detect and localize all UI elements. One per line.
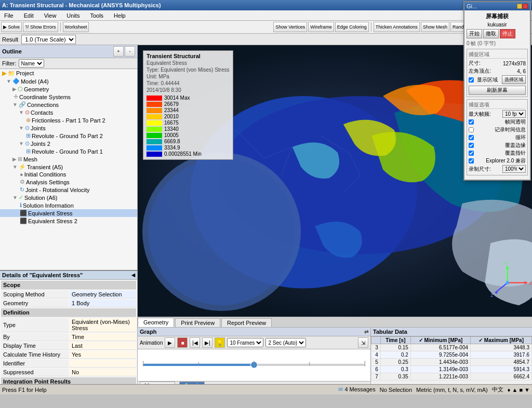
tree-equiv-stress[interactable]: ⬛ Equivalent Stress [0, 209, 137, 217]
tabular-table: Time [s] ✓ Minimum [MPa] ✓ Maximum [MPa]… [371, 336, 532, 380]
record-size-select[interactable]: 100% [502, 165, 526, 173]
svg-text:Y: Y [504, 261, 507, 266]
float-minimize-btn[interactable] [517, 4, 522, 9]
tree-analysis-settings[interactable]: ⚙ Analysis Settings [0, 178, 137, 186]
outline-collapse-btn[interactable]: - [125, 46, 135, 57]
tree-geometry[interactable]: ▶ ⬡ Geometry [0, 85, 137, 93]
refresh-screen-btn[interactable]: 刷新屏幕 [469, 86, 526, 95]
tab-geometry[interactable]: Geometry [138, 318, 174, 327]
legend-type: Type: Equivalent (von Mises) Stress [147, 67, 230, 73]
tree-contacts[interactable]: ▼ ⊙ Contacts [0, 108, 137, 116]
animation-frame1-btn[interactable]: |◀ [190, 337, 200, 348]
graph-controls: Animation ▶ ■ |◀ ▶| 💡 10 Frames 2 Sec (A… [138, 336, 370, 349]
toolbar-row1: ▶ Solve ?/ Show Errors Worksheet Show Ve… [0, 21, 532, 34]
selection-status: No Selection [380, 387, 412, 393]
select-area-btn[interactable]: 选择区域 [502, 75, 526, 84]
details-header: Details of "Equivalent Stress" ◀ [0, 271, 137, 280]
outline-expand-btn[interactable]: + [113, 46, 124, 57]
show-area-checkbox[interactable] [469, 77, 474, 83]
details-table: Scope Scoping MethodGeometry Selection G… [0, 280, 137, 384]
menu-view[interactable]: View [41, 11, 60, 20]
stop-button[interactable]: 停止 [500, 29, 515, 38]
loop-checkbox[interactable] [469, 135, 474, 140]
svg-point-4 [148, 158, 295, 305]
graph-header: Graph ⇄ [138, 328, 370, 336]
section-scope: Scope [1, 281, 136, 290]
viewport-tabs: Geometry Print Preview Report Preview [138, 317, 532, 327]
graph-tab[interactable]: Graph [179, 382, 205, 384]
worksheet-button[interactable]: Worksheet [63, 22, 89, 32]
table-row[interactable]: 70.351.2211e-0036662.4 [371, 373, 532, 380]
filter-select[interactable]: Name [19, 59, 44, 67]
tree-frictionless[interactable]: ⊕ Frictionless - Part 1 To Part 2 [0, 116, 137, 124]
menu-tools[interactable]: Tools [87, 11, 107, 20]
tree-joint-velocity[interactable]: ↻ Joint - Rotational Velocity [0, 186, 137, 194]
tree-revolute1[interactable]: ⊞ Revolute - Ground To Part 2 [0, 132, 137, 140]
table-row[interactable]: 50.251.4434e-0034854.7 [371, 359, 532, 366]
show-mesh-button[interactable]: Show Mesh [421, 22, 449, 32]
outline-tree: ▶ 📁 Project ▼ 🔷 Model (A4) ▶ ⬡ Geometry … [0, 69, 137, 270]
messages-tab[interactable]: Messages [140, 382, 175, 384]
table-row[interactable]: 60.31.3149e-0035914.3 [371, 366, 532, 373]
graph-area [138, 349, 370, 381]
result-dropdown[interactable]: 1.0 (True Scale) [21, 35, 76, 44]
table-row[interactable]: 40.29.7255e-0043917.6 [371, 351, 532, 359]
messages-count: ✉ 4 Messages [338, 386, 375, 393]
graph-export-btn[interactable]: ⇲ [358, 337, 368, 348]
svg-text:Z: Z [490, 293, 494, 298]
tabular-panel: Tabular Data Time [s] ✓ Minimum [MPa] ✓ … [371, 328, 532, 384]
semi-transparent-checkbox[interactable] [469, 119, 474, 125]
cover-pointer-checkbox[interactable] [469, 151, 474, 156]
tree-joints2[interactable]: ▼ ⊙ Joints 2 [0, 140, 137, 147]
bottom-area: Graph ⇄ Animation ▶ ■ |◀ ▶| 💡 10 Frames … [138, 327, 532, 384]
tree-solution[interactable]: ▼ ✓ Solution (A6) [0, 194, 137, 201]
tree-coord-systems[interactable]: ✛ Coordinate Systems [0, 93, 137, 101]
tree-project[interactable]: ▶ 📁 Project [0, 69, 137, 77]
tree-mesh[interactable]: ▶ ⊞ Mesh [0, 155, 137, 163]
cancel-button[interactable]: 撤取 [483, 29, 499, 38]
metric-label: Metric (mm, t, N, s, mV, mA) [416, 387, 488, 393]
legend-time: Time: 0.44444 [147, 80, 230, 86]
explorer-checkbox[interactable] [469, 158, 474, 164]
table-row[interactable]: 30.156.5177e-0043448.3 [371, 344, 532, 351]
tab-print-preview[interactable]: Print Preview [175, 318, 220, 327]
cover-edge-checkbox[interactable] [469, 143, 474, 148]
legend-subtitle: Equivalent Stress [147, 60, 230, 66]
edge-coloring-button[interactable]: Edge Coloring [335, 22, 369, 32]
start-button[interactable]: 开始 [467, 29, 482, 38]
show-vertices-button[interactable]: Show Vertices [273, 22, 307, 32]
menu-file[interactable]: File [1, 11, 17, 20]
messages-bar: Messages Graph [138, 381, 370, 384]
thicken-button[interactable]: Thicken Annotations [374, 22, 420, 32]
tree-solution-info[interactable]: ℹ Solution Information [0, 201, 137, 209]
animation-light-btn[interactable]: 💡 [215, 337, 225, 348]
tree-init-cond[interactable]: ● Initial Conditions [0, 171, 137, 178]
menu-edit[interactable]: Edit [21, 11, 37, 20]
animation-play-btn[interactable]: ▶ [165, 337, 175, 348]
result-label: Result [2, 36, 18, 43]
tree-transient[interactable]: ▼ ⚡ Transient (A5) [0, 163, 137, 171]
status-icons: ♦ ▲ ■ ▼ [508, 387, 530, 393]
tree-equiv-stress2[interactable]: ⬛ Equivalent Stress 2 [0, 217, 137, 225]
float-close-btn[interactable] [523, 4, 528, 9]
section-integration: Integration Point Results [1, 377, 136, 384]
tree-revolute2[interactable]: ⊞ Revolute - Ground To Part 1 [0, 147, 137, 155]
show-errors-button[interactable]: ?/ Show Errors [23, 22, 58, 32]
tab-report-preview[interactable]: Report Preview [221, 318, 272, 327]
fps-select[interactable]: 10 fps [502, 110, 526, 118]
result-bar: Result 1.0 (True Scale) Probe [0, 34, 532, 45]
svg-point-11 [506, 281, 510, 284]
menu-help[interactable]: Help [111, 11, 129, 20]
record-time-checkbox[interactable] [469, 127, 474, 132]
duration-select[interactable]: 2 Sec (Auto) [265, 338, 306, 347]
tree-connections[interactable]: ▼ 🔗 Connections [0, 101, 137, 108]
tree-model[interactable]: ▼ 🔷 Model (A4) [0, 77, 137, 85]
wireframe-button[interactable]: Wireframe [308, 22, 334, 32]
animation-frame2-btn[interactable]: ▶| [202, 337, 212, 348]
frames-select[interactable]: 10 Frames [227, 338, 263, 347]
menu-units[interactable]: Units [63, 11, 83, 20]
legend-colors: 30014 Max 26679 23344 20010 16675 13340 … [147, 95, 230, 157]
tree-joints[interactable]: ▼ ⊙ Joints [0, 124, 137, 132]
animation-stop-btn[interactable]: ■ [177, 337, 188, 348]
solve-button[interactable]: ▶ Solve [1, 22, 22, 32]
